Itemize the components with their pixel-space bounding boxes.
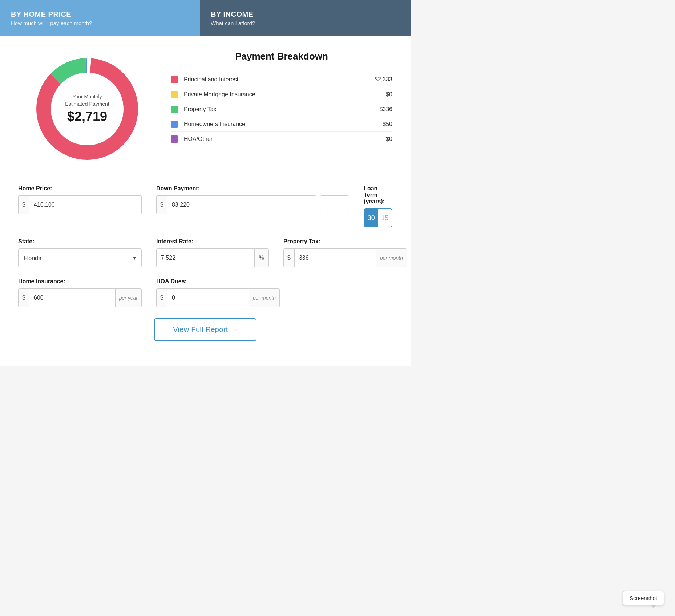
hoa-dues-input[interactable] (167, 289, 249, 307)
breakdown-item-hoa: HOA/Other $0 (171, 132, 392, 146)
form-section: Home Price: $ Down Payment: $ % (18, 185, 392, 307)
hoa-suffix: per month (249, 289, 279, 307)
hoa-dues-wrapper: $ per month (156, 288, 280, 307)
home-insurance-label: Home Insurance: (18, 278, 142, 285)
form-row-3: Home Insurance: $ per year HOA Dues: $ p… (18, 278, 392, 307)
top-section: Your Monthly Estimated Payment $2,719 Pa… (18, 51, 392, 167)
donut-chart: Your Monthly Estimated Payment $2,719 (29, 51, 145, 167)
swatch-principal (171, 76, 178, 83)
breakdown-item-tax: Property Tax $336 (171, 102, 392, 117)
form-row-1: Home Price: $ Down Payment: $ % (18, 185, 392, 227)
breakdown-item-pmi: Private Mortgage Insurance $0 (171, 87, 392, 102)
form-group-loan-term: Loan Term (years): 30 15 (364, 185, 392, 227)
view-full-report-button[interactable]: View Full Report → (154, 318, 256, 341)
breakdown-name-insurance: Homeowners Insurance (184, 121, 383, 127)
tab-by-income-title: BY INCOME (211, 10, 400, 19)
home-insurance-suffix: per year (115, 289, 141, 307)
down-prefix: $ (157, 196, 167, 214)
form-group-property-tax: Property Tax: $ per month (283, 238, 407, 267)
down-payment-amount-input[interactable] (167, 196, 316, 214)
breakdown-name-hoa: HOA/Other (184, 136, 386, 142)
state-select-wrapper: Florida ▼ (18, 248, 142, 267)
tab-by-home-price-title: BY HOME PRICE (11, 10, 189, 19)
swatch-insurance (171, 121, 178, 128)
breakdown-value-pmi: $0 (386, 91, 392, 98)
tab-by-income[interactable]: BY INCOME What can I afford? (200, 0, 411, 36)
breakdown-item-principal: Principal and Interest $2,333 (171, 72, 392, 87)
tab-by-income-subtitle: What can I afford? (211, 20, 400, 26)
down-payment-percent-input[interactable] (320, 196, 349, 214)
breakdown-name-pmi: Private Mortgage Insurance (184, 91, 386, 98)
property-tax-suffix: per month (376, 249, 407, 267)
down-amount-wrapper: $ (156, 195, 316, 214)
donut-svg (29, 51, 145, 167)
form-group-down-payment: Down Payment: $ % (156, 185, 349, 214)
down-percent-wrapper: % (320, 195, 349, 214)
home-price-input-wrapper: $ (18, 195, 142, 214)
interest-rate-input[interactable] (157, 249, 254, 267)
form-group-state: State: Florida ▼ (18, 238, 142, 267)
property-tax-prefix: $ (284, 249, 295, 267)
home-insurance-prefix: $ (19, 289, 29, 307)
home-price-prefix: $ (19, 196, 29, 214)
form-group-hoa-dues: HOA Dues: $ per month (156, 278, 280, 307)
home-price-label: Home Price: (18, 185, 142, 192)
swatch-tax (171, 106, 178, 113)
loan-term-toggle: 30 15 (364, 208, 392, 227)
property-tax-label: Property Tax: (283, 238, 407, 245)
state-label: State: (18, 238, 142, 245)
breakdown-value-hoa: $0 (386, 136, 392, 142)
hoa-dues-label: HOA Dues: (156, 278, 280, 285)
breakdown-title: Payment Breakdown (171, 51, 392, 62)
hoa-prefix: $ (157, 289, 167, 307)
interest-rate-wrapper: % (156, 248, 269, 267)
view-report-container: View Full Report → (18, 318, 392, 341)
interest-rate-label: Interest Rate: (156, 238, 269, 245)
breakdown-section: Payment Breakdown Principal and Interest… (156, 51, 392, 146)
main-content: Your Monthly Estimated Payment $2,719 Pa… (0, 36, 411, 366)
home-price-input[interactable] (29, 196, 141, 214)
form-group-interest-rate: Interest Rate: % (156, 238, 269, 267)
form-group-home-insurance: Home Insurance: $ per year (18, 278, 142, 307)
loan-term-30-button[interactable]: 30 (364, 209, 378, 227)
breakdown-item-insurance: Homeowners Insurance $50 (171, 117, 392, 132)
down-payment-label: Down Payment: (156, 185, 349, 192)
home-insurance-input[interactable] (29, 289, 115, 307)
property-tax-wrapper: $ per month (283, 248, 407, 267)
breakdown-name-tax: Property Tax (184, 106, 379, 113)
chart-container: Your Monthly Estimated Payment $2,719 (18, 51, 156, 167)
property-tax-input[interactable] (295, 249, 376, 267)
tab-by-home-price[interactable]: BY HOME PRICE How much will I pay each m… (0, 0, 200, 36)
interest-percent-suffix: % (254, 249, 268, 267)
breakdown-value-insurance: $50 (383, 121, 392, 127)
tab-by-home-price-subtitle: How much will I pay each month? (11, 20, 189, 26)
state-select[interactable]: Florida (19, 249, 141, 267)
tab-bar: BY HOME PRICE How much will I pay each m… (0, 0, 411, 36)
form-group-home-price: Home Price: $ (18, 185, 142, 214)
breakdown-name-principal: Principal and Interest (184, 76, 375, 83)
form-row-2: State: Florida ▼ Interest Rate: % Proper… (18, 238, 392, 267)
breakdown-value-principal: $2,333 (375, 76, 392, 83)
loan-term-label: Loan Term (years): (364, 185, 392, 205)
down-payment-inputs: $ % (156, 195, 349, 214)
loan-term-15-button[interactable]: 15 (378, 209, 392, 227)
breakdown-value-tax: $336 (379, 106, 392, 113)
swatch-hoa (171, 135, 178, 143)
swatch-pmi (171, 91, 178, 98)
home-insurance-wrapper: $ per year (18, 288, 142, 307)
